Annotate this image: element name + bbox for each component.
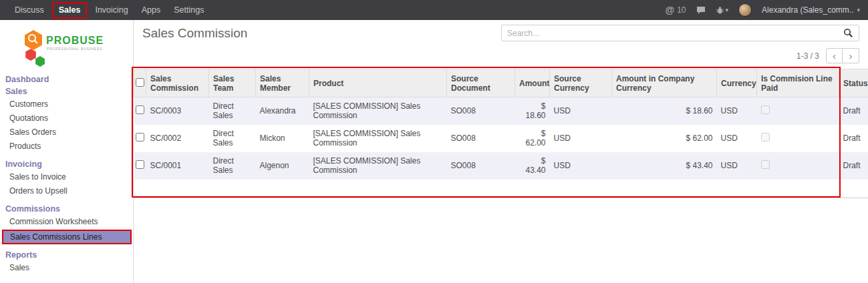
column-header-commission[interactable]: Sales Commission bbox=[146, 69, 209, 97]
select-all-checkbox[interactable] bbox=[136, 78, 144, 87]
sidebar-item-orders-to-upsell[interactable]: Orders to Upsell bbox=[0, 184, 133, 198]
cell-amount_company: $ 18.60 bbox=[612, 97, 717, 125]
mention-icon: @ bbox=[666, 5, 675, 15]
column-header-source_currency[interactable]: Source Currency bbox=[550, 69, 612, 97]
row-select-checkbox[interactable] bbox=[136, 105, 144, 114]
sidebar-item-commissions[interactable]: Commissions bbox=[0, 203, 133, 215]
cell-amount: $ 62.00 bbox=[515, 125, 550, 152]
commission-list: Sales CommissionSales TeamSales MemberPr… bbox=[134, 69, 868, 198]
cell-source_currency: USD bbox=[550, 97, 612, 125]
chevron-right-icon: › bbox=[849, 50, 853, 61]
sidebar-item-dashboard[interactable]: Dashboard bbox=[0, 73, 133, 85]
sidebar-item-sales-to-invoice[interactable]: Sales to Invoice bbox=[0, 170, 133, 184]
cell-source_currency: USD bbox=[550, 125, 612, 152]
table-header-row: Sales CommissionSales TeamSales MemberPr… bbox=[134, 69, 868, 97]
cell-status: Draft bbox=[839, 152, 868, 180]
search-icon[interactable] bbox=[841, 28, 859, 38]
cell-team: Direct Sales bbox=[209, 152, 256, 180]
column-header-status[interactable]: Status bbox=[839, 69, 868, 97]
search-input[interactable] bbox=[502, 29, 841, 38]
cell-commission: SC/0002 bbox=[146, 125, 209, 152]
activity-counter[interactable]: @ 10 bbox=[666, 5, 686, 15]
chat-bubble-icon bbox=[696, 6, 706, 15]
sidebar-item-sales-orders[interactable]: Sales Orders bbox=[0, 125, 133, 139]
row-select-checkbox[interactable] bbox=[136, 160, 144, 169]
debug-menu-button[interactable]: ▾ bbox=[716, 6, 729, 15]
topbar-systray: @ 10 ▾ Alexandra (Sales_comm.. ▾ bbox=[666, 3, 868, 17]
cell-commission: SC/0003 bbox=[146, 97, 209, 125]
sidebar-item-customers[interactable]: Customers bbox=[0, 97, 133, 111]
column-header-amount[interactable]: Amount bbox=[515, 69, 550, 97]
cell-commission: SC/0001 bbox=[146, 152, 209, 180]
cell-status: Draft bbox=[839, 125, 868, 152]
pager-next-button[interactable]: › bbox=[843, 48, 859, 63]
messages-button[interactable] bbox=[696, 6, 706, 15]
logo-hexagon-red bbox=[25, 49, 36, 61]
search-box bbox=[501, 25, 859, 41]
column-header-paid[interactable]: Is Commision Line Paid bbox=[757, 69, 839, 97]
cell-currency: USD bbox=[717, 152, 757, 180]
row-select-cell bbox=[134, 97, 146, 125]
cell-paid bbox=[757, 152, 839, 180]
main-content: Sales Commission 1-3 / 3 ‹ › Sales Commi… bbox=[134, 20, 868, 283]
user-name: Alexandra (Sales_comm.. bbox=[762, 5, 853, 15]
pager-range: 1-3 / 3 bbox=[797, 51, 819, 61]
column-header-product[interactable]: Product bbox=[309, 69, 447, 97]
top-menu-sales[interactable]: Sales bbox=[52, 2, 88, 19]
commission-table: Sales CommissionSales TeamSales MemberPr… bbox=[134, 69, 868, 180]
paid-checkbox bbox=[761, 160, 770, 169]
row-select-cell bbox=[134, 125, 146, 152]
sidebar-item-reports[interactable]: Reports bbox=[0, 249, 133, 261]
column-header-team[interactable]: Sales Team bbox=[209, 69, 256, 97]
table-row[interactable]: SC/0001Direct SalesAlgenon[SALES COMMISS… bbox=[134, 152, 868, 180]
top-menu-settings[interactable]: Settings bbox=[167, 0, 210, 20]
sidebar-item-invoicing[interactable]: Invoicing bbox=[0, 158, 133, 170]
sidebar-item-sales-commissions-lines[interactable]: Sales Commissions Lines bbox=[2, 230, 132, 244]
cell-member: Mickon bbox=[256, 125, 309, 152]
top-menu-discuss[interactable]: Discuss bbox=[8, 0, 51, 20]
column-header-amount_company[interactable]: Amount in Company Currency bbox=[612, 69, 717, 97]
pager: 1-3 / 3 ‹ › bbox=[797, 48, 859, 63]
row-select-checkbox[interactable] bbox=[136, 133, 144, 142]
cell-team: Direct Sales bbox=[209, 125, 256, 152]
cell-paid bbox=[757, 125, 839, 152]
sidebar-item-commission-worksheets[interactable]: Commission Worksheets bbox=[0, 215, 133, 229]
sidebar-item-quotations[interactable]: Quotations bbox=[0, 111, 133, 125]
paid-checkbox bbox=[761, 133, 770, 142]
chevron-down-icon: ▾ bbox=[726, 7, 729, 13]
cell-amount: $ 18.60 bbox=[515, 97, 550, 125]
table-body: SC/0003Direct SalesAlexandra[SALES COMMI… bbox=[134, 97, 868, 180]
top-navbar: DiscussSalesInvoicingAppsSettings @ 10 ▾… bbox=[0, 0, 868, 20]
cell-product: [SALES COMMISSION] Sales Commission bbox=[309, 152, 447, 180]
list-footer-space bbox=[134, 180, 868, 198]
pager-previous-button[interactable]: ‹ bbox=[826, 48, 843, 63]
cell-product: [SALES COMMISSION] Sales Commission bbox=[309, 125, 447, 152]
cell-paid bbox=[757, 97, 839, 125]
table-row[interactable]: SC/0003Direct SalesAlexandra[SALES COMMI… bbox=[134, 97, 868, 125]
cell-product: [SALES COMMISSION] Sales Commission bbox=[309, 97, 447, 125]
logo-hexagon-orange bbox=[25, 30, 42, 50]
sidebar-item-products[interactable]: Products bbox=[0, 139, 133, 154]
cell-status: Draft bbox=[839, 97, 868, 125]
column-header-currency[interactable]: Currency bbox=[717, 69, 757, 97]
top-menu-apps[interactable]: Apps bbox=[135, 0, 168, 20]
user-avatar[interactable] bbox=[738, 3, 752, 17]
cell-amount: $ 43.40 bbox=[515, 152, 550, 180]
row-select-cell bbox=[134, 152, 146, 180]
logo-title: PROBUSE bbox=[46, 35, 104, 46]
sidebar-item-sales[interactable]: Sales bbox=[0, 85, 133, 97]
table-row[interactable]: SC/0002Direct SalesMickon[SALES COMMISSI… bbox=[134, 125, 868, 152]
column-header-source_document[interactable]: Source Document bbox=[447, 69, 515, 97]
cell-source_document: SO008 bbox=[447, 125, 515, 152]
cell-source_currency: USD bbox=[550, 152, 612, 180]
cell-source_document: SO008 bbox=[447, 152, 515, 180]
cell-currency: USD bbox=[717, 125, 757, 152]
cell-team: Direct Sales bbox=[209, 97, 256, 125]
column-header-member[interactable]: Sales Member bbox=[256, 69, 309, 97]
user-menu[interactable]: Alexandra (Sales_comm.. ▾ bbox=[762, 5, 860, 15]
probuse-logo[interactable]: PROBUSE PROFESSIONAL BUSINESS bbox=[23, 29, 111, 68]
bug-icon bbox=[716, 6, 724, 15]
top-menu-invoicing[interactable]: Invoicing bbox=[88, 0, 134, 20]
chevron-left-icon: ‹ bbox=[833, 50, 836, 61]
sidebar-item-sales[interactable]: Sales bbox=[0, 261, 133, 275]
